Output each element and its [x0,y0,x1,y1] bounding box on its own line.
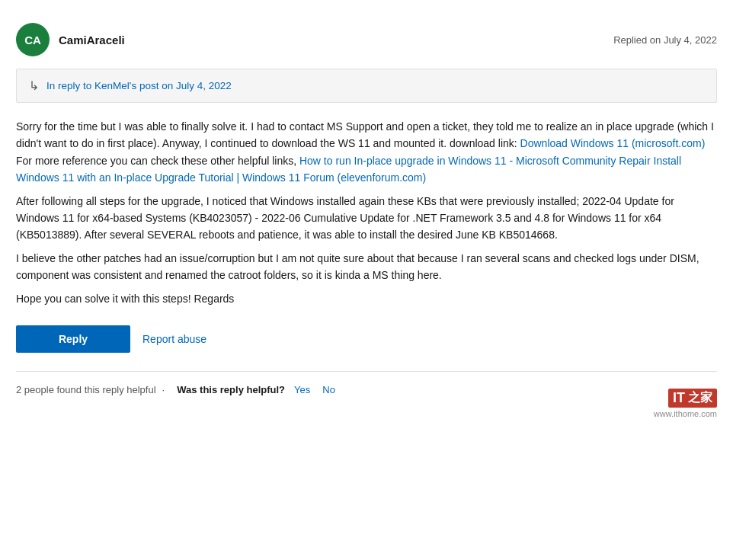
watermark-url: www.ithome.com [654,409,717,418]
in-reply-box: ↳ In reply to KenMel's post on July 4, 2… [16,69,717,103]
in-reply-link[interactable]: In reply to KenMel's post on July 4, 202… [46,80,232,91]
username: CamiAraceli [59,34,125,46]
elevenforum-link[interactable]: How to run In-place upgrade in Windows 1… [16,155,681,184]
avatar: CA [16,23,50,56]
watermark-logo: IT 之家 [668,389,717,408]
post-header-left: CA CamiAraceli [16,23,125,56]
report-abuse-button[interactable]: Report abuse [142,333,206,345]
helpful-yes-button[interactable]: Yes [291,384,313,395]
body-paragraph-3: I believe the other patches had an issue… [16,250,717,284]
helpful-count-text: 2 people found this reply helpful [16,384,156,395]
watermark: IT 之家 www.ithome.com [654,389,717,418]
post-container: CA CamiAraceli Replied on July 4, 2022 ↳… [16,15,717,403]
post-actions: Reply Report abuse [16,325,717,353]
body-paragraph-1: Sorry for the time but I was able to fin… [16,118,717,187]
post-header: CA CamiAraceli Replied on July 4, 2022 [16,23,717,56]
body-paragraph-2: After following all steps for the upgrad… [16,193,717,244]
reply-arrow-icon: ↳ [29,78,39,93]
post-body: Sorry for the time but I was able to fin… [16,118,717,307]
body-paragraph-4: Hope you can solve it with this steps! R… [16,290,717,307]
watermark-it: IT [673,390,685,406]
download-link[interactable]: Download Windows 11 (microsoft.com) [520,137,706,149]
helpful-bar: 2 people found this reply helpful · Was … [16,371,717,395]
reply-button[interactable]: Reply [16,325,130,353]
helpful-question: Was this reply helpful? [177,384,285,395]
reply-date: Replied on July 4, 2022 [613,34,717,46]
helpful-dot: · [162,384,165,395]
helpful-no-button[interactable]: No [319,384,338,395]
watermark-zh: 之家 [688,390,712,406]
